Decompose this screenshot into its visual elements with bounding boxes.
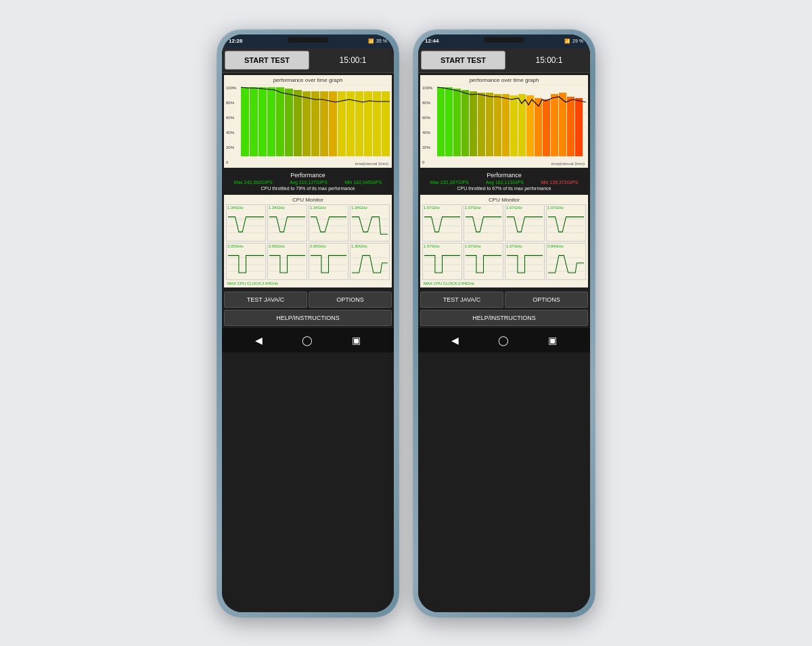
cpu-grid-bottom-2: 1.57GHz [422,243,586,280]
svg-rect-18 [346,91,355,156]
test-java-btn-2[interactable]: TEST JAVA/C [420,292,503,308]
top-bar-1: START TEST 15:00:1 [222,48,394,73]
y-axis-2: 100% 80% 60% 40% 20% 0 [422,85,437,166]
home-btn-1[interactable]: ◯ [302,335,313,346]
time-interval-2: time(interval 2min) [551,162,585,166]
core-graph-1-3 [311,213,346,239]
svg-rect-15 [320,91,328,156]
cpu-grid-bottom-1: 2.05GHz [226,243,390,280]
cpu-monitor-title-1: CPU Monitor [226,197,390,203]
core-graph-4-1 [424,252,460,278]
core-freq-4-4: 0.84GHz [547,244,564,248]
core-graph-2-1 [228,252,264,278]
svg-rect-68 [494,94,501,156]
svg-rect-66 [478,93,485,156]
home-btn-2[interactable]: ◯ [498,335,509,346]
start-test-btn-2[interactable]: START TEST [421,51,505,70]
cpu-monitor-title-2: CPU Monitor [422,197,586,203]
back-btn-2[interactable]: ◀ [451,335,459,346]
cpu-core-2-4: 1.30GHz [350,243,390,280]
bottom-buttons-1: TEST JAVA/C OPTIONS [222,290,394,310]
svg-rect-7 [250,87,258,156]
phone-notch-2 [484,37,524,43]
recents-btn-1[interactable]: ▣ [352,335,361,346]
core-graph-4-4 [548,252,584,278]
stat-avg-2: Avg 182,113GIPS [486,180,524,185]
core-freq-3-3: 1.07GHz [506,206,522,210]
core-freq-2-3: 2.05GHz [310,244,326,248]
core-graph-2-4 [352,252,388,278]
options-btn-2[interactable]: OPTIONS [505,292,588,308]
cpu-monitor-1: CPU Monitor 1.34GHz [224,195,392,287]
phone-1-wrapper: 12:28 📶 35 % START TEST 15:00:1 performa… [217,29,399,618]
graph-title-2: performance over time graph [422,77,586,83]
help-btn-2[interactable]: HELP/INSTRUCTIONS [420,310,588,326]
perf-stats-1: Max 242,082GIPS Avg 210,127GIPS Min 182,… [225,180,390,185]
cpu-monitor-2: CPU Monitor 1.07GHz [420,195,588,287]
stat-max-1: Max 242,082GIPS [234,180,273,185]
cpu-grid-top-1: 1.34GHz [226,204,390,241]
time-2: 12:44 [425,38,438,44]
svg-rect-64 [461,90,469,156]
core-graph-3-2 [466,213,501,239]
core-freq-1-2: 1.34GHz [269,206,285,210]
graph-section-1: performance over time graph 100% 80% 60%… [224,75,392,168]
core-freq-4-1: 1.57GHz [424,244,440,248]
screen-content-2: START TEST 15:00:1 performance over time… [418,48,590,612]
recents-btn-2[interactable]: ▣ [548,335,557,346]
core-freq-2-2: 2.05GHz [269,244,285,248]
core-freq-4-3: 1.57GHz [506,244,522,248]
core-freq-3-4: 1.07GHz [547,206,564,210]
svg-rect-65 [470,91,477,156]
cpu-core-4-3: 1.57GHz [505,243,545,280]
nav-bar-2: ◀ ◯ ▣ [418,328,590,352]
time-interval-1: time(interval 2min) [355,162,388,166]
phone-2: 12:44 📶 29 % START TEST 15:00:1 performa… [413,29,595,618]
svg-rect-11 [285,89,293,156]
cpu-core-1-2: 1.34GHz [267,204,307,241]
svg-rect-6 [241,87,249,156]
perf-graph-1: 100% 80% 60% 40% 20% 0 [226,85,390,166]
back-btn-1[interactable]: ◀ [255,335,263,346]
stat-avg-1: Avg 210,127GIPS [290,180,328,185]
max-cpu-2: MAX CPU CLOCK:2.84GHz [422,281,586,285]
start-test-btn-1[interactable]: START TEST [225,51,309,70]
time-1: 12:28 [229,38,242,44]
cpu-core-3-1: 1.07GHz [422,204,462,241]
core-freq-1-1: 1.34GHz [227,206,244,210]
top-bar-2: START TEST 15:00:1 [418,48,590,73]
svg-rect-22 [382,91,390,156]
stat-max-2: Max 232,287GIPS [430,180,469,185]
graph-area-2 [437,85,586,156]
cpu-core-3-2: 1.07GHz [464,204,503,241]
svg-rect-78 [575,98,583,156]
svg-rect-9 [267,87,275,156]
phone-notch-1 [288,37,328,43]
svg-rect-67 [486,93,493,156]
help-btn-1[interactable]: HELP/INSTRUCTIONS [224,310,392,326]
core-graph-4-3 [507,252,543,278]
svg-rect-61 [437,87,445,156]
screen-content-1: START TEST 15:00:1 performance over time… [222,48,394,612]
cpu-core-3-3: 1.07GHz [505,204,545,241]
cpu-core-2-2: 2.05GHz [267,243,307,280]
core-graph-3-3 [507,213,543,239]
phone-screen-1: 12:28 📶 35 % START TEST 15:00:1 performa… [222,34,394,612]
max-cpu-1: MAX CPU CLOCK:2.84GHz [226,281,390,285]
core-graph-1-4 [352,213,388,239]
options-btn-1[interactable]: OPTIONS [309,292,392,308]
stat-min-2: Min 139,372GIPS [541,180,578,185]
y-axis-1: 100% 80% 60% 40% 20% 0 [226,85,241,166]
timer-1: 15:00:1 [312,48,394,72]
phone-2-wrapper: 12:44 📶 29 % START TEST 15:00:1 performa… [413,29,595,618]
core-freq-1-3: 1.34GHz [310,206,326,210]
perf-info-1: Performance Max 242,082GIPS Avg 210,127G… [222,170,394,193]
cpu-core-1-1: 1.34GHz [226,204,266,241]
core-graph-2-3 [311,252,346,278]
bottom-buttons-2: TEST JAVA/C OPTIONS [418,290,590,310]
svg-rect-69 [502,94,510,156]
perf-title-2: Performance [422,172,587,179]
svg-rect-62 [445,87,453,156]
test-java-btn-1[interactable]: TEST JAVA/C [224,292,307,308]
status-icons-2: 📶 29 % [564,39,583,44]
